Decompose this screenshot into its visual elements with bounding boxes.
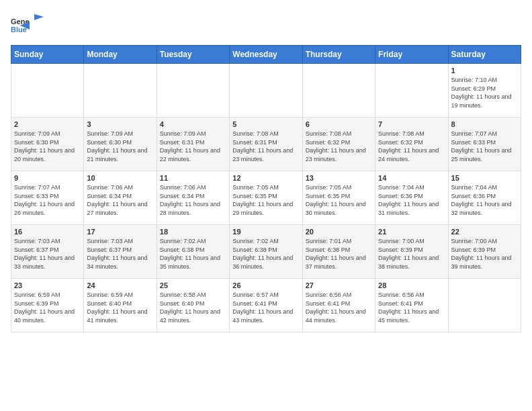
day-info: Sunrise: 7:02 AM Sunset: 6:38 PM Dayligh… (232, 237, 299, 271)
day-number: 6 (306, 120, 372, 128)
day-info: Sunrise: 7:09 AM Sunset: 6:31 PM Dayligh… (160, 130, 226, 163)
calendar-cell (84, 64, 157, 118)
day-info: Sunrise: 7:03 AM Sunset: 6:37 PM Dayligh… (87, 237, 153, 271)
calendar-cell: 9Sunrise: 7:07 AM Sunset: 6:33 PM Daylig… (11, 171, 84, 225)
day-number: 17 (87, 228, 153, 236)
logo-arrow-icon (33, 11, 45, 23)
calendar-cell: 3Sunrise: 7:09 AM Sunset: 6:30 PM Daylig… (84, 118, 157, 171)
day-info: Sunrise: 7:08 AM Sunset: 6:32 PM Dayligh… (306, 130, 372, 163)
header-monday: Monday (84, 46, 157, 64)
day-info: Sunrise: 7:01 AM Sunset: 6:38 PM Dayligh… (306, 237, 372, 271)
calendar-cell: 28Sunrise: 6:56 AM Sunset: 6:41 PM Dayli… (375, 279, 448, 332)
day-number: 26 (232, 281, 299, 289)
day-info: Sunrise: 7:03 AM Sunset: 6:37 PM Dayligh… (14, 237, 81, 271)
day-info: Sunrise: 7:07 AM Sunset: 6:33 PM Dayligh… (451, 130, 518, 163)
calendar-cell: 18Sunrise: 7:02 AM Sunset: 6:38 PM Dayli… (157, 225, 229, 279)
day-info: Sunrise: 7:04 AM Sunset: 6:36 PM Dayligh… (378, 183, 445, 217)
calendar-cell (230, 64, 302, 118)
day-number: 18 (160, 228, 226, 236)
day-number: 19 (232, 228, 299, 236)
day-info: Sunrise: 7:07 AM Sunset: 6:33 PM Dayligh… (14, 183, 81, 217)
calendar-cell: 25Sunrise: 6:58 AM Sunset: 6:40 PM Dayli… (157, 279, 229, 332)
header-friday: Friday (375, 46, 448, 64)
calendar-cell: 27Sunrise: 6:56 AM Sunset: 6:41 PM Dayli… (302, 279, 375, 332)
day-info: Sunrise: 6:57 AM Sunset: 6:41 PM Dayligh… (232, 291, 299, 324)
header-saturday: Saturday (448, 46, 521, 64)
day-number: 15 (451, 174, 518, 182)
calendar-cell: 24Sunrise: 6:59 AM Sunset: 6:40 PM Dayli… (84, 279, 157, 332)
header-sunday: Sunday (11, 46, 84, 64)
calendar-cell: 12Sunrise: 7:05 AM Sunset: 6:35 PM Dayli… (230, 171, 302, 225)
calendar-cell: 10Sunrise: 7:06 AM Sunset: 6:34 PM Dayli… (84, 171, 157, 225)
calendar-cell: 19Sunrise: 7:02 AM Sunset: 6:38 PM Dayli… (230, 225, 302, 279)
calendar-cell (448, 279, 521, 332)
calendar-cell: 26Sunrise: 6:57 AM Sunset: 6:41 PM Dayli… (230, 279, 302, 332)
day-number: 1 (451, 66, 518, 75)
calendar-cell: 15Sunrise: 7:04 AM Sunset: 6:36 PM Dayli… (448, 171, 521, 225)
day-info: Sunrise: 7:06 AM Sunset: 6:34 PM Dayligh… (87, 183, 153, 217)
day-info: Sunrise: 7:04 AM Sunset: 6:36 PM Dayligh… (451, 183, 518, 217)
calendar-cell (375, 64, 448, 118)
day-number: 25 (160, 281, 226, 289)
calendar-cell: 23Sunrise: 6:59 AM Sunset: 6:39 PM Dayli… (11, 279, 84, 332)
day-number: 22 (451, 228, 518, 236)
day-number: 10 (87, 174, 153, 182)
day-number: 27 (306, 281, 372, 289)
day-info: Sunrise: 7:08 AM Sunset: 6:32 PM Dayligh… (378, 130, 445, 163)
day-number: 2 (14, 120, 81, 128)
calendar-cell: 1Sunrise: 7:10 AM Sunset: 6:29 PM Daylig… (448, 64, 521, 118)
header: General Blue (11, 11, 521, 37)
calendar-week-row: 2Sunrise: 7:09 AM Sunset: 6:30 PM Daylig… (11, 118, 521, 171)
calendar-cell: 11Sunrise: 7:06 AM Sunset: 6:34 PM Dayli… (157, 171, 229, 225)
day-number: 9 (14, 174, 81, 182)
header-tuesday: Tuesday (157, 46, 229, 64)
day-number: 24 (87, 281, 153, 289)
calendar-cell: 17Sunrise: 7:03 AM Sunset: 6:37 PM Dayli… (84, 225, 157, 279)
day-info: Sunrise: 7:05 AM Sunset: 6:35 PM Dayligh… (306, 183, 372, 217)
calendar-cell: 7Sunrise: 7:08 AM Sunset: 6:32 PM Daylig… (375, 118, 448, 171)
svg-text:Blue: Blue (11, 26, 27, 34)
day-info: Sunrise: 7:00 AM Sunset: 6:39 PM Dayligh… (378, 237, 445, 271)
day-info: Sunrise: 7:00 AM Sunset: 6:39 PM Dayligh… (451, 237, 518, 271)
calendar-cell: 20Sunrise: 7:01 AM Sunset: 6:38 PM Dayli… (302, 225, 375, 279)
day-info: Sunrise: 6:59 AM Sunset: 6:39 PM Dayligh… (14, 291, 81, 324)
day-info: Sunrise: 7:06 AM Sunset: 6:34 PM Dayligh… (160, 183, 226, 217)
day-number: 3 (87, 120, 153, 128)
day-info: Sunrise: 7:02 AM Sunset: 6:38 PM Dayligh… (160, 237, 226, 271)
calendar-cell: 8Sunrise: 7:07 AM Sunset: 6:33 PM Daylig… (448, 118, 521, 171)
calendar-week-row: 1Sunrise: 7:10 AM Sunset: 6:29 PM Daylig… (11, 64, 521, 118)
header-wednesday: Wednesday (230, 46, 302, 64)
day-number: 23 (14, 281, 81, 289)
calendar-cell: 2Sunrise: 7:09 AM Sunset: 6:30 PM Daylig… (11, 118, 84, 171)
day-number: 14 (378, 174, 445, 182)
day-number: 4 (160, 120, 226, 128)
day-number: 5 (232, 120, 299, 128)
day-info: Sunrise: 6:59 AM Sunset: 6:40 PM Dayligh… (87, 291, 153, 324)
calendar-cell (302, 64, 375, 118)
day-info: Sunrise: 7:09 AM Sunset: 6:30 PM Dayligh… (87, 130, 153, 163)
day-info: Sunrise: 7:10 AM Sunset: 6:29 PM Dayligh… (451, 76, 518, 109)
day-number: 13 (306, 174, 372, 182)
day-number: 11 (160, 174, 226, 182)
day-info: Sunrise: 6:58 AM Sunset: 6:40 PM Dayligh… (160, 291, 226, 324)
day-number: 8 (451, 120, 518, 128)
calendar-cell: 16Sunrise: 7:03 AM Sunset: 6:37 PM Dayli… (11, 225, 84, 279)
calendar-cell (11, 64, 84, 118)
calendar-cell: 4Sunrise: 7:09 AM Sunset: 6:31 PM Daylig… (157, 118, 229, 171)
calendar-week-row: 23Sunrise: 6:59 AM Sunset: 6:39 PM Dayli… (11, 279, 521, 332)
day-info: Sunrise: 6:56 AM Sunset: 6:41 PM Dayligh… (306, 291, 372, 324)
day-info: Sunrise: 7:09 AM Sunset: 6:30 PM Dayligh… (14, 130, 81, 163)
calendar-cell: 13Sunrise: 7:05 AM Sunset: 6:35 PM Dayli… (302, 171, 375, 225)
calendar-cell: 22Sunrise: 7:00 AM Sunset: 6:39 PM Dayli… (448, 225, 521, 279)
day-info: Sunrise: 7:05 AM Sunset: 6:35 PM Dayligh… (232, 183, 299, 217)
day-number: 7 (378, 120, 445, 128)
calendar-week-row: 9Sunrise: 7:07 AM Sunset: 6:33 PM Daylig… (11, 171, 521, 225)
svg-marker-3 (34, 14, 44, 20)
calendar-cell: 21Sunrise: 7:00 AM Sunset: 6:39 PM Dayli… (375, 225, 448, 279)
calendar-table: SundayMondayTuesdayWednesdayThursdayFrid… (11, 45, 521, 332)
calendar-cell: 14Sunrise: 7:04 AM Sunset: 6:36 PM Dayli… (375, 171, 448, 225)
day-number: 16 (14, 228, 81, 236)
calendar-cell: 5Sunrise: 7:08 AM Sunset: 6:31 PM Daylig… (230, 118, 302, 171)
logo: General Blue (11, 11, 46, 37)
day-number: 12 (232, 174, 299, 182)
